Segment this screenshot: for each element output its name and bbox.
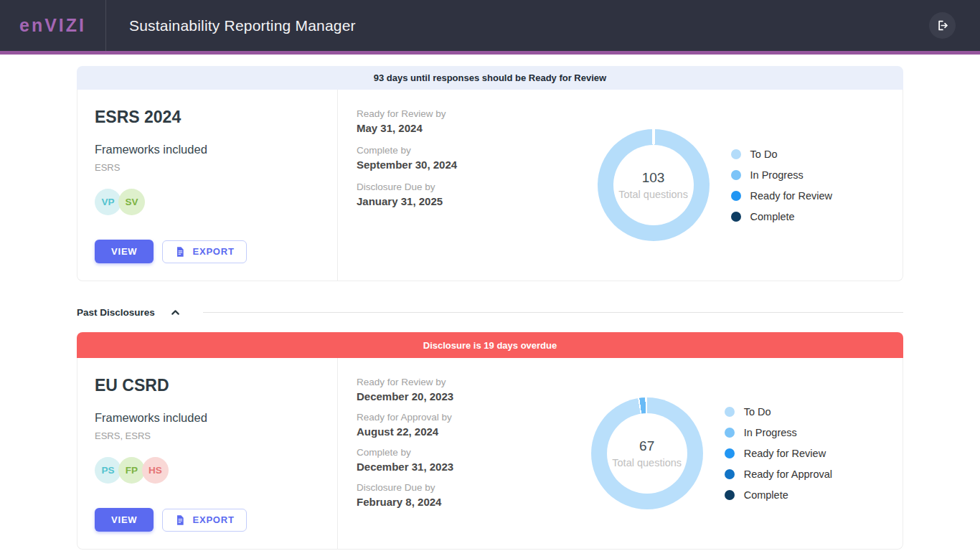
date-group: Ready for Approval by August 22, 2024 — [357, 412, 553, 438]
avatar: HS — [142, 457, 169, 484]
question-status-donut-chart: 67 Total questions — [591, 397, 703, 509]
export-button-label: EXPORT — [192, 514, 234, 525]
legend-item: To Do — [725, 406, 832, 418]
page: enVIZI Sustainability Reporting Manager … — [0, 0, 980, 551]
card-chart-column: 67 Total questions To Do In Progress — [553, 358, 903, 549]
date-group: Disclosure Due by February 8, 2024 — [357, 482, 553, 508]
total-questions-caption: Total questions — [612, 457, 682, 468]
legend-label: Ready for Approval — [744, 468, 832, 480]
page-title: Sustainability Reporting Manager — [129, 17, 356, 34]
date-value: September 30, 2024 — [357, 159, 553, 171]
assignee-avatars: VP SV — [95, 189, 337, 215]
legend-label: Complete — [744, 489, 788, 501]
date-value: February 8, 2024 — [357, 496, 553, 508]
card-actions: VIEW EXPORT — [95, 240, 337, 263]
date-value: December 31, 2023 — [357, 461, 553, 473]
export-button-label: EXPORT — [192, 246, 234, 257]
complete-dot-icon — [725, 490, 735, 500]
frameworks-heading: Frameworks included — [95, 411, 337, 425]
date-label: Disclosure Due by — [357, 482, 553, 493]
date-group: Ready for Review by December 20, 2023 — [357, 377, 553, 402]
complete-dot-icon — [731, 212, 741, 222]
app-header: enVIZI Sustainability Reporting Manager — [0, 0, 980, 55]
legend-label: Ready for Review — [744, 448, 826, 459]
todo-dot-icon — [731, 149, 741, 159]
total-questions-value: 103 — [642, 170, 665, 186]
date-value: December 20, 2023 — [357, 390, 553, 402]
date-group: Complete by December 31, 2023 — [357, 447, 553, 473]
frameworks-list: ESRS — [95, 162, 337, 173]
legend-item: Complete — [731, 211, 832, 222]
legend-item: Ready for Review — [725, 448, 832, 459]
date-value: May 31, 2024 — [357, 122, 553, 134]
past-disclosures-label: Past Disclosures — [77, 307, 155, 318]
date-label: Ready for Review by — [357, 108, 553, 119]
legend-label: In Progress — [750, 169, 804, 181]
frameworks-list: ESRS, ESRS — [95, 430, 337, 441]
avatar: VP — [95, 189, 121, 215]
card-dates-column: Ready for Review by May 31, 2024 Complet… — [338, 90, 553, 281]
chevron-up-icon — [169, 306, 182, 319]
total-questions-caption: Total questions — [618, 189, 688, 200]
in-progress-dot-icon — [731, 170, 741, 180]
date-value: January 31, 2025 — [357, 195, 553, 207]
avatar: SV — [118, 189, 145, 215]
chart-legend: To Do In Progress Ready for Review Ready… — [725, 406, 832, 501]
collapse-section-button[interactable] — [168, 305, 183, 320]
legend-label: To Do — [750, 149, 778, 160]
legend-label: In Progress — [744, 427, 797, 438]
section-divider — [203, 312, 903, 313]
ready-for-review-dot-icon — [725, 448, 735, 458]
avatar: PS — [95, 457, 121, 484]
disclosure-card-esrs-2024: ESRS 2024 Frameworks included ESRS VP SV… — [77, 90, 903, 281]
view-button[interactable]: VIEW — [95, 240, 154, 263]
legend-item: Complete — [725, 489, 832, 501]
export-button[interactable]: EXPORT — [162, 240, 246, 263]
document-icon — [174, 514, 186, 526]
logout-button[interactable] — [929, 12, 956, 39]
document-icon — [174, 246, 186, 258]
date-label: Complete by — [357, 145, 553, 156]
past-disclosures-section: Past Disclosures — [77, 305, 903, 319]
frameworks-heading: Frameworks included — [95, 143, 337, 156]
disclosure-title: EU CSRD — [95, 376, 337, 395]
card-dates-column: Ready for Review by December 20, 2023 Re… — [338, 358, 553, 549]
legend-label: To Do — [744, 406, 771, 418]
legend-item: In Progress — [725, 427, 832, 438]
date-group: Disclosure Due by January 31, 2025 — [357, 182, 553, 207]
legend-item: Ready for Review — [731, 190, 832, 202]
overdue-banner: Disclosure is 19 days overdue — [77, 332, 903, 358]
chart-legend: To Do In Progress Ready for Review Compl… — [731, 149, 832, 222]
view-button[interactable]: VIEW — [95, 508, 154, 532]
legend-label: Ready for Review — [750, 190, 832, 202]
date-label: Ready for Review by — [357, 377, 553, 387]
legend-item: Ready for Approval — [725, 468, 832, 480]
export-button[interactable]: EXPORT — [162, 509, 246, 532]
logout-icon — [936, 19, 949, 32]
question-status-donut-chart: 103 Total questions — [598, 129, 710, 241]
assignee-avatars: PS FP HS — [95, 457, 337, 484]
avatar: FP — [118, 457, 145, 484]
brand-logo: enVIZI — [0, 0, 106, 51]
date-group: Complete by September 30, 2024 — [357, 145, 553, 171]
in-progress-dot-icon — [725, 428, 735, 438]
disclosure-title: ESRS 2024 — [95, 108, 337, 127]
card-info-column: ESRS 2024 Frameworks included ESRS VP SV… — [77, 90, 338, 281]
disclosure-card-eu-csrd: EU CSRD Frameworks included ESRS, ESRS P… — [77, 358, 903, 550]
legend-item: To Do — [731, 149, 832, 160]
ready-for-review-dot-icon — [731, 191, 741, 201]
todo-dot-icon — [725, 407, 735, 417]
date-value: August 22, 2024 — [357, 425, 553, 438]
legend-item: In Progress — [731, 169, 832, 181]
card-actions: VIEW EXPORT — [95, 508, 337, 532]
card-info-column: EU CSRD Frameworks included ESRS, ESRS P… — [77, 358, 338, 549]
date-label: Ready for Approval by — [357, 412, 553, 423]
donut-center: 103 Total questions — [613, 145, 694, 225]
envizi-logo: enVIZI — [19, 15, 86, 36]
date-group: Ready for Review by May 31, 2024 — [357, 108, 553, 134]
ready-for-approval-dot-icon — [725, 469, 735, 479]
card-chart-column: 103 Total questions To Do In Progress — [553, 90, 903, 281]
donut-center: 67 Total questions — [607, 413, 687, 494]
total-questions-value: 67 — [639, 438, 654, 454]
main-content: 93 days until responses should be Ready … — [77, 66, 903, 550]
